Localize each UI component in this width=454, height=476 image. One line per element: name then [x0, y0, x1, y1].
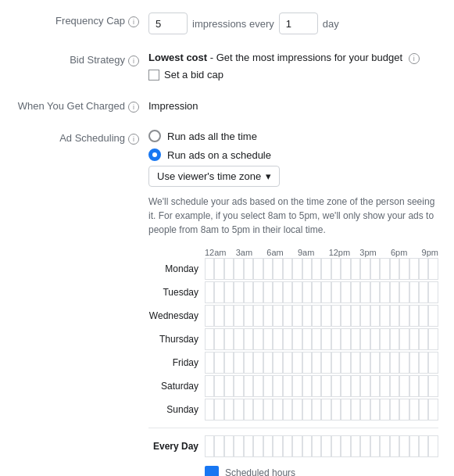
time-cell[interactable]	[283, 352, 292, 374]
time-cell[interactable]	[331, 375, 341, 397]
time-cell[interactable]	[331, 352, 341, 374]
time-cell[interactable]	[360, 328, 370, 350]
every-day-cell[interactable]	[214, 435, 223, 457]
time-cell[interactable]	[292, 258, 302, 280]
time-cell[interactable]	[312, 399, 321, 421]
time-cell[interactable]	[331, 328, 341, 350]
time-cell[interactable]	[263, 375, 273, 397]
frequency-cap-interval-input[interactable]	[279, 13, 318, 34]
time-cell[interactable]	[312, 328, 321, 350]
time-cell[interactable]	[214, 352, 223, 374]
time-cell[interactable]	[292, 352, 302, 374]
time-cell[interactable]	[283, 399, 292, 421]
time-cell[interactable]	[234, 281, 243, 303]
time-cell[interactable]	[390, 375, 399, 397]
every-day-cell[interactable]	[253, 435, 263, 457]
time-cell[interactable]	[419, 399, 428, 421]
time-cell[interactable]	[283, 305, 292, 327]
time-cell[interactable]	[205, 352, 214, 374]
time-cell[interactable]	[244, 375, 253, 397]
time-cell[interactable]	[302, 258, 312, 280]
time-cell[interactable]	[370, 375, 380, 397]
time-cell[interactable]	[360, 258, 370, 280]
time-cell[interactable]	[380, 328, 389, 350]
time-cell[interactable]	[390, 258, 399, 280]
time-cell[interactable]	[351, 399, 360, 421]
time-cell[interactable]	[283, 328, 292, 350]
time-cell[interactable]	[234, 375, 243, 397]
time-cell[interactable]	[428, 328, 438, 350]
time-cell[interactable]	[409, 399, 419, 421]
time-cell[interactable]	[273, 399, 282, 421]
time-cell[interactable]	[419, 305, 428, 327]
time-cell[interactable]	[283, 375, 292, 397]
every-day-cell[interactable]	[263, 435, 273, 457]
time-cell[interactable]	[224, 399, 234, 421]
time-cell[interactable]	[370, 281, 380, 303]
time-cell[interactable]	[302, 328, 312, 350]
every-day-cell[interactable]	[331, 435, 341, 457]
when-charged-info-icon[interactable]: i	[128, 102, 139, 113]
time-cell[interactable]	[428, 305, 438, 327]
every-day-cell[interactable]	[390, 435, 399, 457]
time-cell[interactable]	[244, 305, 253, 327]
time-cell[interactable]	[399, 399, 409, 421]
time-cell[interactable]	[380, 352, 389, 374]
time-cell[interactable]	[390, 281, 399, 303]
radio-option-schedule[interactable]: Run ads on a schedule	[148, 149, 438, 161]
every-day-cell[interactable]	[224, 435, 234, 457]
time-cell[interactable]	[283, 258, 292, 280]
time-cell[interactable]	[234, 328, 243, 350]
time-cell[interactable]	[205, 305, 214, 327]
every-day-cell[interactable]	[380, 435, 389, 457]
time-cell[interactable]	[370, 399, 380, 421]
time-cell[interactable]	[273, 352, 282, 374]
timezone-button[interactable]: Use viewer's time zone ▾	[148, 166, 280, 187]
every-day-cell[interactable]	[341, 435, 350, 457]
time-cell[interactable]	[234, 352, 243, 374]
time-cell[interactable]	[214, 281, 223, 303]
time-cell[interactable]	[409, 258, 419, 280]
time-cell[interactable]	[205, 281, 214, 303]
time-cell[interactable]	[399, 305, 409, 327]
time-cell[interactable]	[234, 305, 243, 327]
time-cell[interactable]	[390, 328, 399, 350]
time-cell[interactable]	[399, 328, 409, 350]
every-day-cell[interactable]	[292, 435, 302, 457]
time-cell[interactable]	[253, 352, 263, 374]
time-cell[interactable]	[321, 305, 331, 327]
time-cell[interactable]	[321, 328, 331, 350]
time-cell[interactable]	[244, 258, 253, 280]
time-cell[interactable]	[273, 281, 282, 303]
time-cell[interactable]	[360, 399, 370, 421]
time-cell[interactable]	[428, 258, 438, 280]
time-cell[interactable]	[351, 281, 360, 303]
bid-strategy-description-info-icon[interactable]: i	[409, 53, 420, 64]
time-cell[interactable]	[360, 375, 370, 397]
time-cell[interactable]	[419, 281, 428, 303]
time-cell[interactable]	[253, 281, 263, 303]
time-cell[interactable]	[370, 352, 380, 374]
frequency-cap-info-icon[interactable]: i	[128, 16, 139, 27]
time-cell[interactable]	[273, 375, 282, 397]
time-cell[interactable]	[331, 399, 341, 421]
time-cell[interactable]	[302, 352, 312, 374]
time-cell[interactable]	[244, 352, 253, 374]
time-cell[interactable]	[409, 352, 419, 374]
time-cell[interactable]	[341, 352, 350, 374]
time-cell[interactable]	[360, 305, 370, 327]
time-cell[interactable]	[380, 375, 389, 397]
time-cell[interactable]	[370, 305, 380, 327]
time-cell[interactable]	[224, 352, 234, 374]
every-day-cell[interactable]	[205, 435, 214, 457]
radio-option-all-time[interactable]: Run ads all the time	[148, 130, 438, 142]
time-cell[interactable]	[370, 328, 380, 350]
time-cell[interactable]	[321, 375, 331, 397]
time-cell[interactable]	[312, 281, 321, 303]
time-cell[interactable]	[390, 305, 399, 327]
time-cell[interactable]	[341, 399, 350, 421]
time-cell[interactable]	[351, 328, 360, 350]
time-cell[interactable]	[419, 328, 428, 350]
time-cell[interactable]	[428, 399, 438, 421]
time-cell[interactable]	[390, 352, 399, 374]
